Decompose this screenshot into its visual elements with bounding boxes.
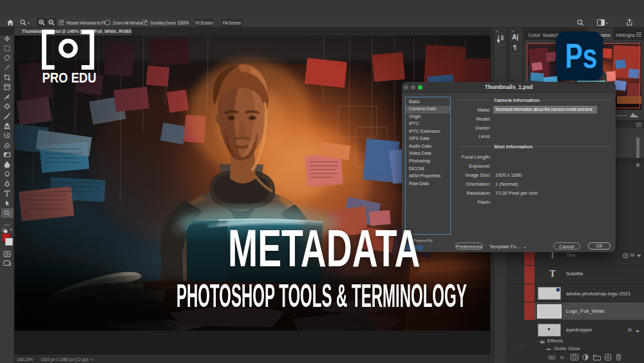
svg-text:PRO EDU: PRO EDU — [43, 70, 97, 86]
svg-text:Ps: Ps — [565, 37, 598, 75]
